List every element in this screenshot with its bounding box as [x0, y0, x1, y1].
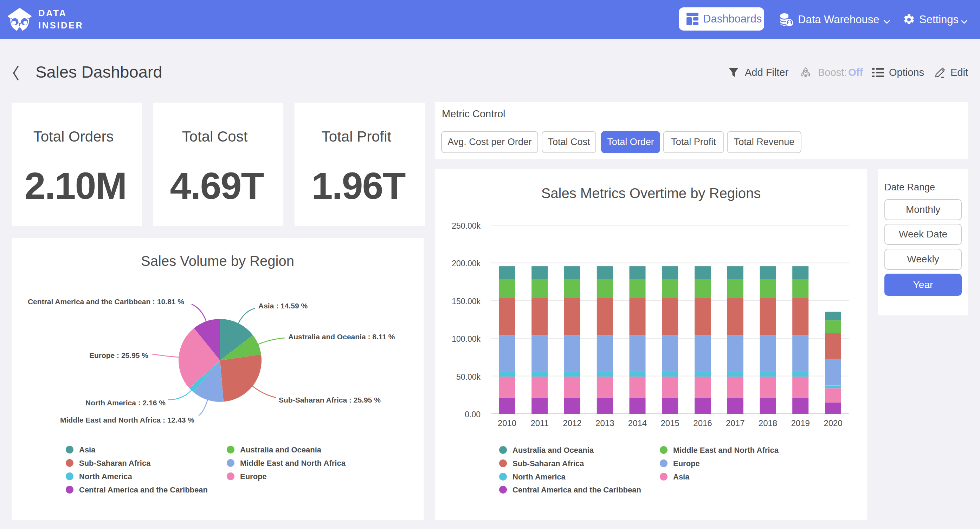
svg-text:North America : 2.16 %: North America : 2.16 % — [86, 399, 165, 407]
svg-text:Europe: Europe — [240, 472, 267, 481]
svg-text:100.00k: 100.00k — [452, 334, 480, 343]
svg-text:0.00: 0.00 — [465, 410, 480, 419]
svg-text:Australia and Oceania: Australia and Oceania — [240, 445, 321, 454]
svg-text:2012: 2012 — [563, 418, 581, 428]
svg-text:Australia and Oceania: Australia and Oceania — [512, 446, 594, 454]
svg-text:Middle East and North Africa: Middle East and North Africa — [240, 459, 346, 467]
svg-text:2010: 2010 — [498, 418, 516, 428]
svg-text:Sub-Saharan Africa : 25.95 %: Sub-Saharan Africa : 25.95 % — [279, 396, 381, 404]
svg-text:2019: 2019 — [791, 418, 810, 428]
svg-text:2020: 2020 — [824, 418, 842, 428]
svg-text:2016: 2016 — [693, 418, 712, 428]
svg-text:Sub-Saharan Africa: Sub-Saharan Africa — [79, 459, 151, 467]
svg-text:Sub-Saharan Africa: Sub-Saharan Africa — [512, 459, 584, 468]
svg-text:Central America and the Caribb: Central America and the Caribbean : 10.8… — [28, 297, 184, 306]
svg-text:Australia and Oceania : 8.11 %: Australia and Oceania : 8.11 % — [288, 333, 395, 341]
svg-text:North America: North America — [79, 472, 132, 481]
svg-text:2013: 2013 — [595, 418, 614, 428]
svg-text:2011: 2011 — [530, 418, 549, 428]
svg-text:2018: 2018 — [759, 418, 777, 428]
svg-text:150.00k: 150.00k — [452, 297, 480, 306]
svg-text:2017: 2017 — [726, 418, 745, 428]
svg-text:Asia: Asia — [79, 445, 95, 454]
svg-text:Sales Metrics Overtime by Regi: Sales Metrics Overtime by Regions — [541, 186, 761, 201]
svg-text:Europe: Europe — [673, 459, 700, 468]
svg-text:Europe : 25.95 %: Europe : 25.95 % — [89, 351, 148, 359]
svg-text:Middle East and North Africa: Middle East and North Africa — [673, 446, 779, 454]
svg-text:250.00k: 250.00k — [452, 221, 480, 230]
svg-text:Central America and the Caribb: Central America and the Caribbean — [512, 485, 641, 494]
svg-text:2014: 2014 — [628, 418, 647, 428]
svg-text:North America: North America — [512, 472, 566, 481]
svg-text:200.00k: 200.00k — [452, 259, 480, 268]
svg-text:Middle East and North Africa :: Middle East and North Africa : 12.43 % — [60, 416, 194, 424]
svg-text:2015: 2015 — [661, 418, 679, 428]
svg-text:Central America and the Caribb: Central America and the Caribbean — [79, 485, 208, 494]
svg-text:Asia : 14.59 %: Asia : 14.59 % — [258, 302, 307, 310]
svg-text:Asia: Asia — [673, 472, 690, 481]
svg-text:50.00k: 50.00k — [456, 372, 481, 381]
